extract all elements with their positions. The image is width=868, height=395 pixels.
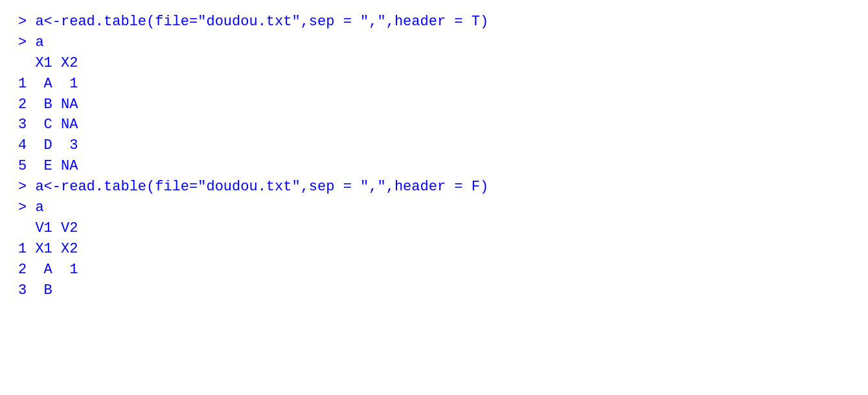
output-line: V1 V2 [18,218,850,239]
output-line: 3 B [18,280,850,301]
prompt-line: > a<-read.table(file="doudou.txt",sep = … [18,12,850,32]
output-line: 5 E NA [18,156,850,177]
prompt-line: > a<-read.table(file="doudou.txt",sep = … [18,177,850,198]
output-line: 4 D 3 [18,135,850,156]
console-output: > a<-read.table(file="doudou.txt",sep = … [18,12,850,300]
output-line: X1 X2 [18,53,850,74]
output-line: 2 B NA [18,95,850,115]
prompt-line: > a [18,198,850,218]
output-line: 1 X1 X2 [18,239,850,260]
output-line: 3 C NA [18,115,850,135]
output-line: 2 A 1 [18,260,850,280]
prompt-line: > a [18,32,850,53]
output-line: 1 A 1 [18,74,850,95]
